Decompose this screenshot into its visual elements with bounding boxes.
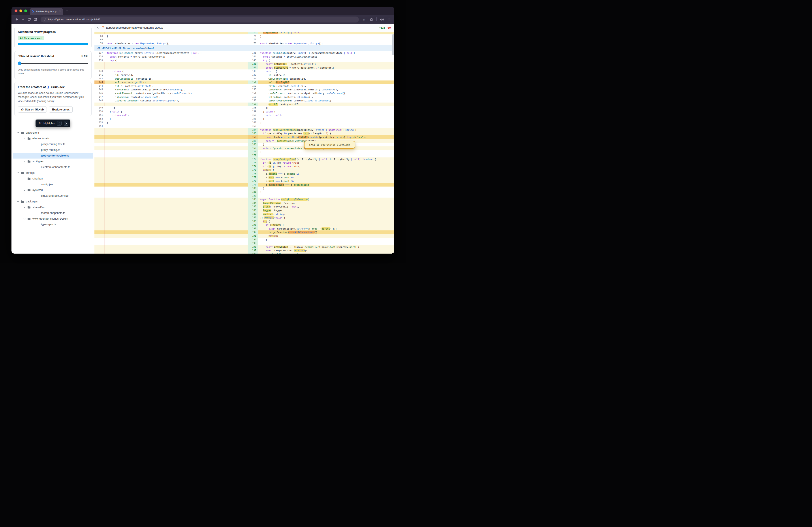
star-on-github-button[interactable]: ☆Star on GitHub bbox=[18, 106, 47, 113]
minimize-window-button[interactable] bbox=[19, 10, 22, 12]
chevron-down-icon[interactable] bbox=[24, 217, 26, 220]
diff-row: 139 try {145 try { bbox=[95, 59, 394, 62]
slider-track[interactable] bbox=[18, 63, 88, 64]
threshold-title: “Should review” threshold bbox=[18, 55, 54, 58]
code-token: b) bbox=[278, 162, 282, 164]
old-code-cell bbox=[105, 194, 248, 198]
code-token bbox=[260, 55, 263, 58]
tree-file[interactable]: morph-snapshots.ts bbox=[13, 210, 93, 216]
heatmap-token: logger bbox=[263, 209, 271, 212]
tree-folder[interactable]: src/types bbox=[13, 159, 93, 164]
tree-file[interactable]: types.gen.ts bbox=[13, 222, 93, 227]
code-token: { bbox=[199, 51, 202, 54]
tree-file[interactable]: electron-webcontents.ts bbox=[13, 164, 93, 170]
next-highlight-button[interactable] bbox=[64, 121, 68, 126]
diff-row: 146 canGoForward: contents.navigationHis… bbox=[95, 91, 394, 95]
old-code-cell: function buildState(entry: Entry): Elect… bbox=[105, 51, 248, 55]
code-token: ( bbox=[266, 162, 269, 164]
forward-button[interactable] bbox=[20, 16, 26, 22]
code-token: targetSession. bbox=[273, 249, 294, 252]
code-token: null bbox=[354, 158, 359, 161]
chevron-down-icon[interactable] bbox=[17, 200, 19, 202]
code-token: ; bbox=[281, 114, 282, 117]
chevron-down-icon[interactable] bbox=[17, 172, 19, 174]
reload-button[interactable] bbox=[26, 16, 32, 22]
prev-highlight-button[interactable] bbox=[57, 121, 61, 126]
cmux-brand-link[interactable]: cmux.dev bbox=[51, 85, 64, 89]
new-line-number: 155 bbox=[248, 95, 258, 99]
new-code-cell: isDevToolsOpened: contents.isDevToolsOpe… bbox=[258, 99, 394, 103]
back-button[interactable] bbox=[14, 16, 20, 22]
close-window-button[interactable] bbox=[15, 10, 17, 12]
code-token: string bbox=[276, 213, 284, 215]
tree-folder[interactable]: systemd bbox=[13, 187, 93, 193]
old-code-cell: const viewEntries = new Map<number, Entr… bbox=[105, 42, 248, 45]
new-line-number: 163 bbox=[248, 124, 258, 128]
tree-folder[interactable]: shared/src bbox=[13, 205, 93, 210]
chevron-down-icon[interactable] bbox=[24, 189, 26, 191]
new-tab-button[interactable] bbox=[66, 9, 69, 12]
profile-avatar[interactable] bbox=[379, 16, 385, 22]
collapse-chevron-icon[interactable] bbox=[97, 27, 100, 29]
tab-favicon-icon: ❯ bbox=[32, 10, 34, 13]
old-code-cell bbox=[105, 230, 248, 234]
code-token: null bbox=[122, 114, 128, 117]
new-line-number: 152 bbox=[248, 84, 258, 88]
code-token: (entry bbox=[287, 51, 295, 54]
bookmark-star-icon[interactable]: ☆ bbox=[361, 16, 367, 22]
extensions-icon[interactable] bbox=[368, 16, 374, 22]
tree-folder[interactable]: electron/main bbox=[13, 136, 93, 141]
browser-tab[interactable]: ❯ Enable Sing-box proxy f bbox=[30, 8, 63, 15]
diff-row: 178 a.port === b.port && bbox=[95, 179, 394, 183]
chevron-down-icon[interactable] bbox=[17, 132, 19, 134]
diff-row: 146 const actualUrl = contents.getURL(); bbox=[95, 62, 394, 66]
tab-close-icon[interactable] bbox=[59, 10, 61, 13]
code-token: function bbox=[260, 158, 273, 161]
code-token bbox=[260, 249, 266, 252]
tree-file[interactable]: proxy-routing.test.ts bbox=[13, 141, 93, 147]
chevron-down-icon[interactable] bbox=[24, 137, 26, 139]
heatmap-token: proxyConfigsEqual bbox=[273, 158, 296, 161]
heatmap-token: host bbox=[269, 176, 274, 179]
tree-folder[interactable]: packages bbox=[13, 199, 93, 205]
chevron-down-icon[interactable] bbox=[24, 160, 26, 163]
browser-window: ❯ Enable Sing-box proxy f bbox=[12, 6, 394, 254]
code-token: mode bbox=[269, 253, 274, 254]
code-token bbox=[260, 96, 269, 99]
code-token bbox=[107, 77, 115, 80]
old-code-cell: canGoForward: contents.navigationHistory… bbox=[105, 91, 248, 95]
folder-icon bbox=[27, 137, 31, 140]
code-token: { bbox=[267, 220, 270, 223]
heatmap-token: try bbox=[263, 220, 267, 223]
tree-file[interactable]: web-contents-view.ts bbox=[13, 153, 93, 159]
tree-folder[interactable]: www-openapi-client/src/client bbox=[13, 216, 93, 222]
tree-file[interactable]: cmux-sing-box.service bbox=[13, 193, 93, 199]
scrollbar-thumb[interactable] bbox=[392, 34, 394, 55]
code-token: true bbox=[292, 162, 298, 164]
old-code-cell: title: contents.getTitle(), bbox=[105, 84, 248, 88]
code-token: (persistKey bbox=[298, 129, 313, 131]
slider-knob[interactable] bbox=[18, 61, 21, 65]
code-token bbox=[260, 147, 263, 150]
menu-kebab-icon[interactable] bbox=[386, 16, 392, 22]
code-token: trim bbox=[335, 136, 341, 138]
tree-folder[interactable]: configs bbox=[13, 170, 93, 176]
url-bar[interactable]: https://0github.com/manaflow-ai/cmux/pul… bbox=[41, 17, 359, 22]
tree-file[interactable]: config.json bbox=[13, 181, 93, 187]
tree-folder[interactable]: apps/client bbox=[13, 130, 93, 136]
diff-viewer: apps/client/electron/main/web-contents-v… bbox=[95, 24, 394, 254]
tree-folder[interactable]: sing-box bbox=[13, 176, 93, 181]
chevron-down-icon[interactable] bbox=[24, 206, 26, 208]
code-token: contents bbox=[118, 55, 131, 58]
old-code-cell bbox=[105, 186, 248, 190]
diff-row: 175 return ( bbox=[95, 168, 394, 172]
threshold-slider[interactable] bbox=[18, 61, 88, 65]
chevron-down-icon[interactable] bbox=[24, 178, 26, 180]
tree-file[interactable]: proxy-routing.ts bbox=[13, 147, 93, 153]
maximize-window-button[interactable] bbox=[24, 10, 27, 12]
explore-cmux-button[interactable]: Explore cmux bbox=[49, 106, 73, 113]
side-panel-icon[interactable] bbox=[32, 16, 39, 22]
browser-tab-strip: ❯ Enable Sing-box proxy f bbox=[12, 6, 394, 15]
new-code-cell: } bbox=[258, 121, 394, 124]
site-settings-icon[interactable] bbox=[43, 18, 46, 21]
